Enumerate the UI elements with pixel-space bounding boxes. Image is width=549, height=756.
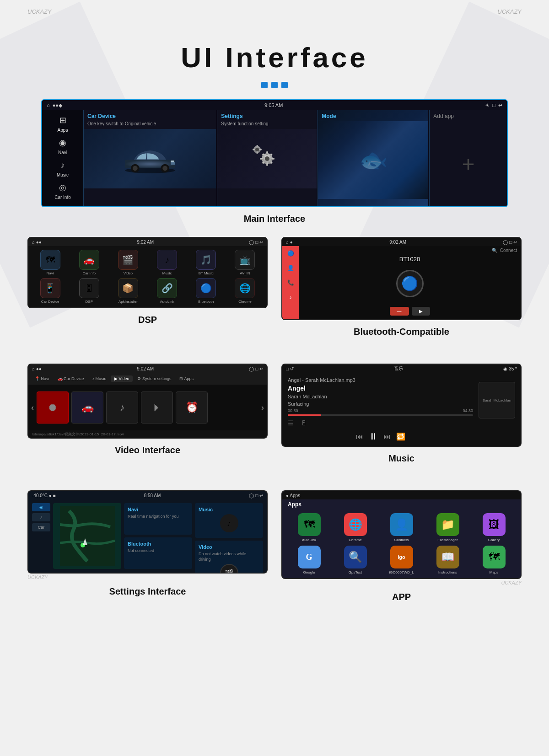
dsp-chrome-label: Chrome bbox=[238, 300, 251, 304]
dsp-navi-item[interactable]: 🗺 Navi bbox=[32, 250, 68, 275]
video-tab-navi[interactable]: 📍 Navi bbox=[31, 375, 53, 382]
video-tab-settings[interactable]: ⚙ System settings bbox=[134, 375, 175, 382]
dsp-chrome-item[interactable]: 🌐 Chrome bbox=[227, 278, 263, 304]
settings-video-panel[interactable]: Video Do not watch videos while driving … bbox=[195, 541, 263, 574]
music-statusbar-right: ◉ 35 * bbox=[503, 366, 517, 371]
bt-sidebar-bt-icon[interactable]: 🔵 bbox=[285, 248, 296, 259]
settings-music-disc: ♪ bbox=[220, 514, 238, 532]
settings-navi-panel[interactable]: Navi Real time navigation for you bbox=[124, 503, 192, 535]
app-filemanager-item[interactable]: 📁 FileManager bbox=[426, 513, 469, 542]
sidebar-item-music[interactable]: ♪ Music bbox=[56, 159, 69, 177]
settings-sidebar-carinfo[interactable]: Car bbox=[32, 523, 50, 531]
app-chrome-item[interactable]: 🌐 Chrome bbox=[334, 513, 377, 542]
video-tab-music[interactable]: ♪ Music bbox=[89, 375, 110, 382]
app-gpstest-icon: 🔍 bbox=[344, 546, 367, 568]
dsp-dsp-item[interactable]: 🎛 DSP bbox=[71, 278, 107, 304]
dsp-statusbar: ⌂ ●● 9:02 AM ◯ □ ↩ bbox=[28, 238, 267, 246]
app-wrapper: ● Apps Apps 🗺 AutoLink 🌐 Chrome 👤 bbox=[281, 490, 522, 615]
settings-content-area: ◉ ♪ Car bbox=[28, 499, 267, 573]
bt-statusbar-right: ◯ □ ↩ bbox=[503, 240, 517, 245]
sidebar-item-carinfo[interactable]: ◎ Car Info bbox=[54, 181, 71, 200]
bt-search-icon[interactable]: 🔍 bbox=[492, 248, 497, 253]
music-progress-bar[interactable] bbox=[288, 414, 473, 416]
bt-sidebar-phone-icon[interactable]: 📞 bbox=[285, 277, 296, 288]
carinfo-icon: ◎ bbox=[56, 181, 69, 194]
dsp-avin-item[interactable]: 📺 AV_IN bbox=[227, 250, 263, 275]
settings-bt-title: Bluetooth bbox=[128, 541, 188, 547]
video-prev-arrow[interactable]: ‹ bbox=[31, 403, 34, 413]
dsp-statusbar-right: ◯ □ ↩ bbox=[249, 240, 263, 245]
video-thumb-2-icon: 🚗 bbox=[81, 402, 94, 413]
video-tab-video[interactable]: ▶ Video bbox=[111, 375, 133, 382]
music-controls: ⏮ ⏸ ⏭ 🔁 bbox=[288, 431, 473, 442]
video-content-area: ‹ ⏺ 🚗 ♪ ⏵ bbox=[28, 385, 267, 430]
bluetooth-symbol: 🔵 bbox=[401, 275, 418, 291]
app-google-item[interactable]: G Google bbox=[288, 546, 330, 574]
bt-sidebar-music-icon[interactable]: ♪ bbox=[285, 292, 296, 303]
main-interface-label: Main Interface bbox=[27, 214, 522, 224]
settings-bluetooth-panel[interactable]: Bluetooth Not connected bbox=[124, 537, 192, 569]
video-thumb-5[interactable]: ⏰ bbox=[176, 391, 208, 424]
music-album-art-text: Sarah McLachlan bbox=[481, 397, 513, 404]
app-autolink-label: AutoLink bbox=[302, 538, 316, 542]
video-tab-cardevice[interactable]: 🚗 Car Device bbox=[54, 375, 88, 382]
video-thumb-1[interactable]: ⏺ bbox=[37, 391, 69, 424]
app-contacts-item[interactable]: 👤 Contacts bbox=[380, 513, 423, 542]
add-app-plus-icon[interactable]: + bbox=[462, 121, 475, 206]
settings-sidebar-music[interactable]: ♪ bbox=[32, 513, 50, 521]
settings-panel[interactable]: Settings System function setting bbox=[217, 110, 317, 206]
music-next-button[interactable]: ⏭ bbox=[383, 433, 391, 441]
music-eq-icon[interactable]: 🎚 bbox=[301, 419, 307, 427]
main-sidebar: ⊞ Apps ◉ Navi ♪ Music ◎ Car Info bbox=[42, 110, 83, 206]
bluetooth-wrapper: ⌂ ● 9:02 AM ◯ □ ↩ 🔵 👤 📞 ♪ 🔍 Connect bbox=[281, 237, 522, 350]
video-next-arrow[interactable]: › bbox=[261, 403, 264, 413]
svg-rect-13 bbox=[271, 158, 274, 160]
car-device-panel[interactable]: Car Device One key switch to Original ve… bbox=[83, 110, 216, 206]
video-thumb-4[interactable]: ⏵ bbox=[141, 391, 173, 424]
sidebar-item-apps[interactable]: ⊞ Apps bbox=[56, 114, 69, 133]
music-play-button[interactable]: ⏸ bbox=[369, 431, 378, 442]
decorative-dots bbox=[27, 82, 522, 88]
app-maps-item[interactable]: 🗺 Maps bbox=[473, 546, 515, 574]
dsp-btmusic-item[interactable]: 🎵 BT Music bbox=[188, 250, 224, 275]
video-file-path: /storage/sdisk1/dev/视频文件/2023-01-15_20-0… bbox=[28, 430, 267, 438]
bluetooth-screen: ⌂ ● 9:02 AM ◯ □ ↩ 🔵 👤 📞 ♪ 🔍 Connect bbox=[281, 237, 522, 320]
app-screen-title: Apps bbox=[282, 499, 521, 509]
app-gpstest-item[interactable]: 🔍 GpsTest bbox=[334, 546, 377, 574]
video-tab-apps[interactable]: ⊞ Apps bbox=[176, 375, 197, 382]
mode-water-icon: 🐟 bbox=[359, 147, 388, 173]
main-interface-screen: ⌂ ●●◆ 9:05 AM ☀ □ ↩ ⊞ Apps ◉ Navi bbox=[41, 99, 508, 207]
dsp-autolink-item[interactable]: 🔗 AutoLink bbox=[149, 278, 185, 304]
music-screen-title: 音乐 bbox=[394, 365, 403, 372]
video-thumb-3[interactable]: ♪ bbox=[106, 391, 138, 424]
settings-music-panel[interactable]: Music ♪ bbox=[195, 503, 263, 538]
apps-icon: ⊞ bbox=[56, 114, 69, 127]
app-autolink-item[interactable]: 🗺 AutoLink bbox=[288, 513, 330, 542]
dsp-music-item[interactable]: ♪ Music bbox=[149, 250, 185, 275]
app-gallery-item[interactable]: 🖼 Gallery bbox=[473, 513, 515, 542]
music-prev-button[interactable]: ⏮ bbox=[356, 433, 363, 441]
music-repeat-button[interactable]: 🔁 bbox=[396, 432, 405, 441]
settings-sidebar-navi[interactable]: ◉ bbox=[32, 503, 50, 511]
dsp-cardevice-item[interactable]: 📱 Car Device bbox=[32, 278, 68, 304]
bt-connect-button[interactable]: ▶ bbox=[412, 307, 430, 316]
app-instructions-item[interactable]: 📖 Instructions bbox=[426, 546, 469, 574]
dsp-carinfo-item[interactable]: 🚗 Car Info bbox=[71, 250, 107, 275]
app-igo-item[interactable]: igo iGO0667WD_L bbox=[380, 546, 423, 574]
video-thumb-2[interactable]: 🚗 bbox=[71, 391, 103, 424]
video-statusbar: ⌂ ●● 9:02 AM ◯ □ ↩ bbox=[28, 365, 267, 373]
music-list-icon[interactable]: ☰ bbox=[288, 419, 294, 427]
bt-disconnect-button[interactable]: — bbox=[390, 307, 409, 316]
dsp-video-item[interactable]: 🎬 Video bbox=[110, 250, 146, 275]
sidebar-item-navi[interactable]: ◉ Navi bbox=[56, 136, 69, 155]
app-gallery-icon: 🖼 bbox=[483, 513, 506, 536]
dsp-cardevice-label: Car Device bbox=[41, 300, 59, 304]
navi-icon: ◉ bbox=[56, 136, 69, 149]
dsp-apk-item[interactable]: 📦 ApkInstaller bbox=[110, 278, 146, 304]
bt-sidebar-contact-icon[interactable]: 👤 bbox=[285, 263, 296, 273]
add-app-panel[interactable]: Add app + bbox=[429, 110, 507, 206]
svg-rect-23 bbox=[259, 149, 262, 150]
mode-panel[interactable]: Mode 🐟 bbox=[318, 110, 428, 206]
dsp-navi-label: Navi bbox=[47, 271, 54, 275]
dsp-bluetooth-item[interactable]: 🔵 Bluetooth bbox=[188, 278, 224, 304]
